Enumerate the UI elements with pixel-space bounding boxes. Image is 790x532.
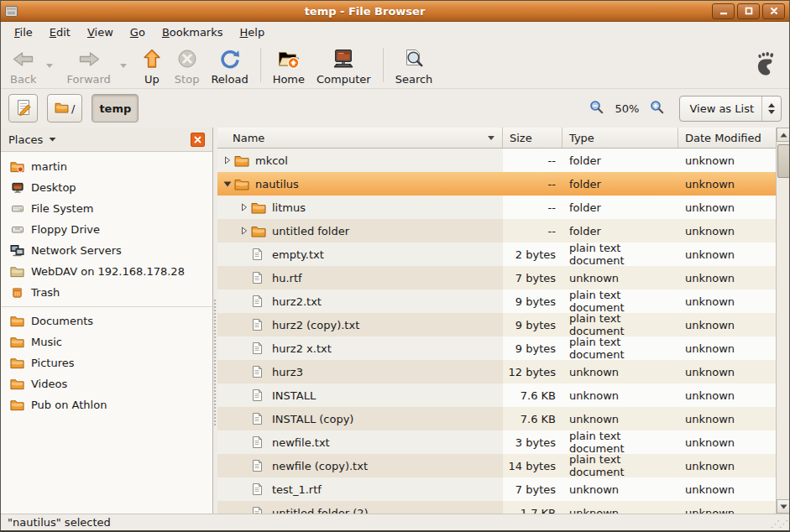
stop-icon <box>176 48 198 72</box>
window-icon <box>5 6 18 17</box>
file-row-empty-txt[interactable]: empty.txt2 bytesplain text documentunkno… <box>217 243 776 266</box>
expander-collapsed-icon[interactable] <box>238 226 251 236</box>
sidebar-item-label: Floppy Drive <box>31 223 100 236</box>
file-row-hurz2-copy-txt[interactable]: hurz2 (copy).txt9 bytesplain text docume… <box>217 313 776 336</box>
file-row-install-copy-[interactable]: INSTALL (copy)7.6 KBunknownunknown <box>217 407 776 430</box>
file-type: unknown <box>562 407 678 430</box>
column-header-size[interactable]: Size <box>503 128 562 148</box>
file-icon <box>251 248 267 261</box>
places-selector[interactable]: Places <box>8 133 43 146</box>
file-size: -- <box>503 149 562 172</box>
scrollbar-track[interactable] <box>777 142 790 499</box>
sidebar-item-desktop[interactable]: Desktop <box>1 177 212 198</box>
file-row-install[interactable]: INSTALL7.6 KBunknownunknown <box>217 383 776 407</box>
gnome-foot-icon <box>754 51 786 80</box>
file-icon <box>251 365 267 378</box>
sidebar-item-music[interactable]: Music <box>1 331 212 352</box>
file-name: nautilus <box>255 178 299 190</box>
back-button[interactable]: Back <box>4 44 43 86</box>
scroll-up-button[interactable] <box>777 128 790 142</box>
sidebar-item-file-system[interactable]: File System <box>1 198 212 219</box>
minimize-button[interactable] <box>712 3 735 19</box>
file-date-modified: unknown <box>678 454 776 477</box>
sidebar-item-trash[interactable]: Trash <box>1 282 212 303</box>
edit-location-icon <box>14 98 33 119</box>
zoom-in-icon[interactable] <box>650 100 665 117</box>
up-button[interactable]: Up <box>135 44 169 86</box>
expander-expanded-icon[interactable] <box>221 179 234 189</box>
file-row-untitled-folder-2-[interactable]: untitled folder (2)1.7 KBunknownunknown <box>217 501 776 514</box>
file-row-untitled-folder[interactable]: untitled folder--folderunknown <box>217 219 776 243</box>
sidebar-item-floppy-drive[interactable]: Floppy Drive <box>1 219 212 240</box>
pane-resize-handle[interactable] <box>213 128 217 514</box>
reload-icon <box>219 48 241 72</box>
menu-edit[interactable]: Edit <box>41 23 79 41</box>
sidebar-close-button[interactable] <box>191 133 205 147</box>
file-row-hu-rtf[interactable]: hu.rtf7 bytesunknownunknown <box>217 266 776 289</box>
column-headers: Name Size Type Date Modified <box>217 128 776 149</box>
expander-collapsed-icon[interactable] <box>238 202 251 212</box>
reload-button[interactable]: Reload <box>205 44 254 86</box>
folder-icon <box>10 378 24 390</box>
sidebar-item-label: Videos <box>31 378 67 390</box>
file-name: hurz2 x.txt <box>272 342 332 355</box>
folder-icon <box>10 336 24 348</box>
network-icon <box>10 244 24 257</box>
up-icon <box>141 48 163 72</box>
path-button-temp[interactable]: temp <box>92 94 139 123</box>
titlebar[interactable]: temp - File Browser <box>1 1 789 22</box>
resize-grip[interactable]: ⋰⋰ <box>771 519 787 529</box>
window-title: temp - File Browser <box>23 5 707 18</box>
computer-button[interactable]: Computer <box>311 44 377 86</box>
menu-file[interactable]: File <box>6 23 41 41</box>
column-header-type[interactable]: Type <box>562 128 678 148</box>
sidebar-item-network-servers[interactable]: Network Servers <box>1 240 212 261</box>
file-size: 1.7 KB <box>503 501 562 514</box>
scroll-down-button[interactable] <box>777 499 790 514</box>
column-header-date-modified[interactable]: Date Modified <box>678 128 776 148</box>
file-icon <box>251 436 267 449</box>
view-selector[interactable]: View as List <box>679 96 782 122</box>
file-row-test-1-rtf[interactable]: test_1.rtf7 bytesunknownunknown <box>217 477 776 501</box>
file-list-rows: mkcol--folderunknownnautilus--folderunkn… <box>217 149 776 514</box>
edit-location-button[interactable] <box>8 94 38 123</box>
file-row-newfile-copy-txt[interactable]: newfile (copy).txt14 bytesplain text doc… <box>217 454 776 477</box>
stop-button[interactable]: Stop <box>169 44 206 86</box>
sidebar-item-videos[interactable]: Videos <box>1 373 212 394</box>
file-row-hurz3[interactable]: hurz312 bytesunknownunknown <box>217 360 776 383</box>
sidebar-item-pub-on-athlon[interactable]: Pub on Athlon <box>1 394 212 415</box>
sidebar-item-documents[interactable]: Documents <box>1 310 212 331</box>
menu-go[interactable]: Go <box>122 23 154 41</box>
file-row-mkcol[interactable]: mkcol--folderunknown <box>217 149 776 172</box>
forward-history-dropdown[interactable] <box>117 62 130 69</box>
menu-help[interactable]: Help <box>232 23 274 41</box>
forward-button[interactable]: Forward <box>61 44 117 86</box>
expander-collapsed-icon[interactable] <box>221 155 234 165</box>
column-header-name[interactable]: Name <box>217 128 503 148</box>
file-row-nautilus[interactable]: nautilus--folderunknown <box>217 172 776 196</box>
sidebar-item-martin[interactable]: martin <box>1 156 212 177</box>
file-name: newfile (copy).txt <box>272 460 368 472</box>
home-button[interactable]: Home <box>267 44 311 86</box>
file-name: hu.rtf <box>272 272 302 284</box>
scrollbar-thumb[interactable] <box>777 144 790 178</box>
root-folder-button[interactable]: / <box>47 94 82 123</box>
back-history-dropdown[interactable] <box>43 62 56 69</box>
file-size: -- <box>503 196 562 219</box>
maximize-button[interactable] <box>737 3 760 19</box>
menu-view[interactable]: View <box>79 23 122 41</box>
vertical-scrollbar[interactable] <box>776 128 790 514</box>
search-button[interactable]: Search <box>390 44 439 86</box>
sidebar-item-webdav-on-192-168-178-28[interactable]: WebDAV on 192.168.178.28 <box>1 261 212 282</box>
close-button[interactable] <box>762 3 785 19</box>
file-row-newfile-txt[interactable]: newfile.txt3 bytesplain text documentunk… <box>217 430 776 454</box>
file-row-hurz2-txt[interactable]: hurz2.txt9 bytesplain text documentunkno… <box>217 289 776 313</box>
file-row-litmus[interactable]: litmus--folderunknown <box>217 196 776 219</box>
zoom-out-icon[interactable] <box>589 100 604 117</box>
file-size: 7 bytes <box>503 266 562 289</box>
file-row-hurz2-x-txt[interactable]: hurz2 x.txt9 bytesplain text documentunk… <box>217 336 776 360</box>
sidebar-item-pictures[interactable]: Pictures <box>1 352 212 373</box>
folder-icon <box>234 178 250 190</box>
sidebar-item-label: martin <box>31 160 67 173</box>
menu-bookmarks[interactable]: Bookmarks <box>154 23 232 41</box>
